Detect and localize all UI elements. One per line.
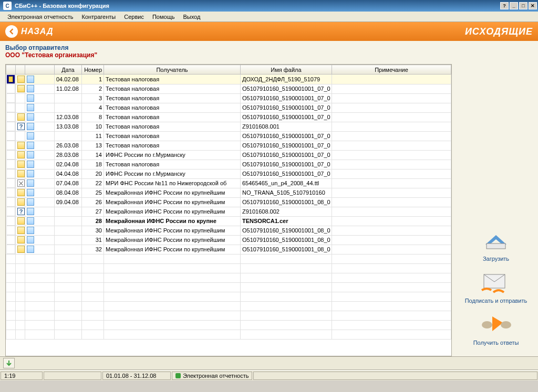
status-date-range[interactable]: 01.01.08 - 31.12.08 <box>102 372 171 380</box>
col-env-icon[interactable] <box>25 65 55 75</box>
row-date: 07.04.08 <box>55 178 82 188</box>
table-row[interactable]: 4Тестовая налоговаяО5107910160_519000100… <box>6 103 451 112</box>
menu-service[interactable]: Сервис <box>120 13 148 21</box>
col-marker[interactable] <box>6 65 16 75</box>
row-env-icon-cell <box>25 197 55 207</box>
table-row[interactable]: 11.02.082Тестовая налоговаяО5107910160_5… <box>6 84 451 93</box>
col-number[interactable]: Номер <box>82 65 104 75</box>
outgoing-table[interactable]: Дата Номер Получатель Имя файла Примечан… <box>5 64 452 356</box>
row-recipient: Межрайонная ИФНС России по крупнейшим <box>104 188 241 197</box>
row-marker-cell <box>6 169 16 178</box>
row-env-icon-cell <box>25 141 55 150</box>
menubar: Электронная отчетность Контрагенты Серви… <box>0 12 538 22</box>
table-row[interactable]: 12.03.088Тестовая налоговаяО5107910160_5… <box>6 112 451 122</box>
row-number: 11 <box>82 131 104 141</box>
row-recipient: Тестовая налоговая <box>104 112 241 122</box>
menu-help[interactable]: Помощь <box>148 13 179 21</box>
table-row[interactable]: 31Межрайонная ИФНС России по крупнейшимО… <box>6 235 451 245</box>
table-row[interactable]: 07.04.0822МРИ ФНС России №11 по Нижегоро… <box>6 178 451 188</box>
envelope-icon <box>27 104 34 111</box>
row-number: 32 <box>82 245 104 255</box>
arrow-down-icon <box>6 359 12 367</box>
table-row[interactable]: 32Межрайонная ИФНС России по крупнейшимО… <box>6 245 451 255</box>
table-row[interactable] <box>6 330 451 340</box>
table-row[interactable] <box>6 273 451 283</box>
row-recipient: Межрайонная ИФНС России по крупнейшим <box>104 226 241 235</box>
status-bar: 1:19 01.01.08 - 31.12.08 Электронная отч… <box>0 370 538 380</box>
row-marker-cell <box>6 131 16 141</box>
row-recipient: Межрайонная ИФНС России по крупнейшим <box>104 235 241 245</box>
row-type-icon-cell <box>16 84 25 93</box>
row-number: 22 <box>82 178 104 188</box>
row-env-icon-cell <box>25 150 55 160</box>
maximize-button[interactable]: □ <box>519 2 527 9</box>
row-marker-icon <box>8 76 14 82</box>
col-type-icon[interactable] <box>16 65 25 75</box>
window-title: СБиС++ - Базовая конфигурация <box>15 3 500 9</box>
col-date[interactable]: Дата <box>55 65 82 75</box>
table-row[interactable]: 11Тестовая налоговаяО5107910160_51900010… <box>6 131 451 141</box>
col-note[interactable]: Примечание <box>332 65 451 75</box>
minimize-button[interactable]: _ <box>510 2 518 9</box>
row-recipient: МРИ ФНС России №11 по Нижегородской об <box>104 178 241 188</box>
row-recipient: Тестовая налоговая <box>104 160 241 169</box>
row-marker-cell <box>6 226 16 235</box>
menu-contragents[interactable]: Контрагенты <box>77 13 120 21</box>
status-indicator-icon <box>175 373 181 378</box>
download-button[interactable] <box>3 358 15 368</box>
receive-button[interactable]: Получить ответы <box>473 311 519 346</box>
row-date: 11.02.08 <box>55 84 82 93</box>
back-label[interactable]: НАЗАД <box>21 27 53 36</box>
table-row[interactable]: ?13.03.0810Тестовая налоговаяZ9101608.00… <box>6 122 451 131</box>
load-button[interactable]: Загрузить <box>475 227 517 262</box>
row-number: 18 <box>82 160 104 169</box>
row-note <box>332 75 451 84</box>
menu-reporting[interactable]: Электронная отчетность <box>3 13 77 21</box>
back-button[interactable] <box>5 25 18 38</box>
table-row[interactable]: 28Межрайонная ИФНС России по крупнеTENSO… <box>6 216 451 226</box>
close-button[interactable]: ✕ <box>529 2 537 9</box>
row-date <box>55 207 82 216</box>
col-recipient[interactable]: Получатель <box>104 65 241 75</box>
row-marker-cell <box>6 75 16 84</box>
row-note <box>332 207 451 216</box>
table-row[interactable] <box>6 292 451 302</box>
table-row[interactable]: 04.04.0820ИФНС России по г.МурманскуО510… <box>6 169 451 178</box>
table-row[interactable]: 3Тестовая налоговаяО5107910160_519000100… <box>6 93 451 103</box>
table-row[interactable]: 08.04.0825Межрайонная ИФНС России по кру… <box>6 188 451 197</box>
table-row[interactable]: 09.04.0826Межрайонная ИФНС России по кру… <box>6 197 451 207</box>
row-note <box>332 178 451 188</box>
row-number: 10 <box>82 122 104 131</box>
row-marker-cell <box>6 235 16 245</box>
table-row[interactable] <box>6 255 451 264</box>
row-filename: О5107910160_5190001001_07_0 <box>241 169 332 178</box>
table-row[interactable] <box>6 321 451 330</box>
row-type-icon-cell <box>16 141 25 150</box>
help-button[interactable]: ? <box>500 2 509 9</box>
row-recipient: Межрайонная ИФНС России по крупнейшим <box>104 245 241 255</box>
row-env-icon-cell <box>25 216 55 226</box>
row-note <box>332 226 451 235</box>
table-row[interactable]: 28.03.0814ИФНС России по г.МурманскуО510… <box>6 150 451 160</box>
col-filename[interactable]: Имя файла <box>241 65 332 75</box>
row-note <box>332 235 451 245</box>
row-env-icon-cell <box>25 226 55 235</box>
table-row[interactable]: ?27Межрайонная ИФНС России по крупнейшим… <box>6 207 451 216</box>
envelope-icon <box>27 161 34 168</box>
envelope-send-icon <box>475 269 517 295</box>
table-row[interactable] <box>6 302 451 311</box>
sender-org[interactable]: ООО "Тестовая организация" <box>5 51 533 59</box>
table-row[interactable]: 26.03.0813Тестовая налоговаяО5107910160_… <box>6 141 451 150</box>
row-filename: О5107910160_5190001001_08_0 <box>241 197 332 207</box>
menu-exit[interactable]: Выход <box>179 13 204 21</box>
table-row[interactable]: 04.02.081Тестовая налоговаяДОХОД_2НДФЛ_5… <box>6 75 451 84</box>
sign-send-button[interactable]: Подписать и отправить <box>465 269 527 304</box>
table-row[interactable]: 02.04.0818Тестовая налоговаяО5107910160_… <box>6 160 451 169</box>
table-row[interactable] <box>6 311 451 321</box>
row-number: 4 <box>82 103 104 112</box>
table-row[interactable]: 30Межрайонная ИФНС России по крупнейшимО… <box>6 226 451 235</box>
load-label: Загрузить <box>483 256 509 262</box>
row-type-icon-cell: ? <box>16 122 25 131</box>
table-row[interactable] <box>6 283 451 292</box>
table-row[interactable] <box>6 264 451 273</box>
